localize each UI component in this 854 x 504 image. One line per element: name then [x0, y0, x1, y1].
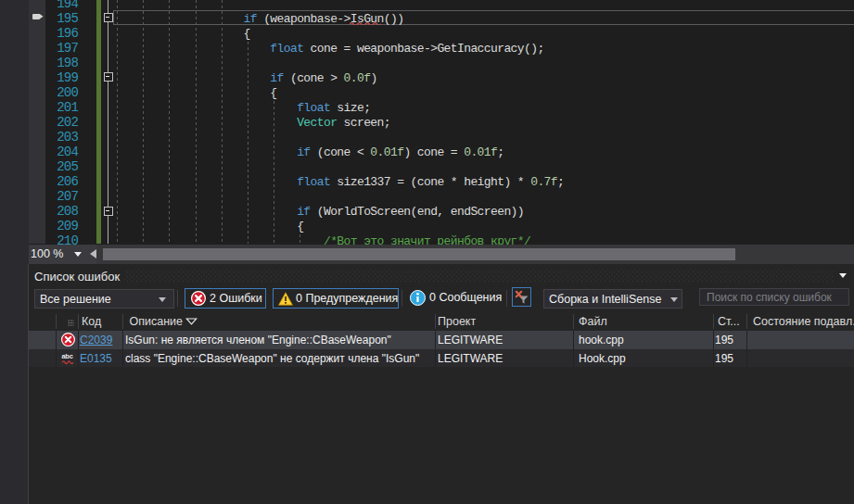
svg-text:abc: abc [62, 352, 73, 360]
